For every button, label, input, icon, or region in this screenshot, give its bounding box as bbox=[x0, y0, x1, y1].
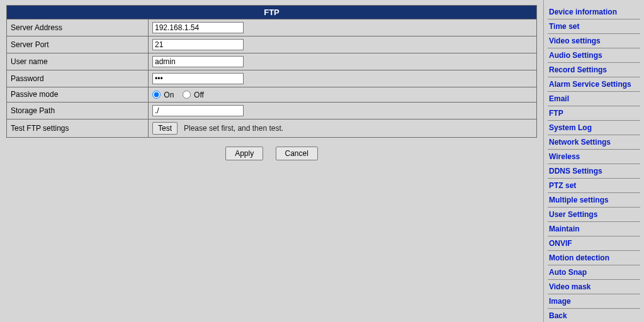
sidebar-item-time-set[interactable]: Time set bbox=[548, 19, 640, 34]
sidebar-item-ftp[interactable]: FTP bbox=[548, 106, 640, 121]
storage-path-input[interactable] bbox=[152, 105, 244, 116]
passive-mode-on-radio[interactable] bbox=[152, 91, 161, 99]
page-title: FTP bbox=[7, 6, 537, 19]
sidebar-item-audio-settings[interactable]: Audio Settings bbox=[548, 48, 640, 63]
passive-mode-off-label: Off bbox=[194, 91, 204, 99]
server-port-input[interactable] bbox=[152, 39, 244, 50]
sidebar-item-network-settings[interactable]: Network Settings bbox=[548, 135, 640, 150]
sidebar-item-record-settings[interactable]: Record Settings bbox=[548, 63, 640, 77]
label-server-address: Server Address bbox=[7, 19, 149, 36]
sidebar: Device information Time set Video settin… bbox=[543, 0, 644, 322]
label-password: Password bbox=[7, 70, 149, 87]
label-server-port: Server Port bbox=[7, 36, 149, 53]
sidebar-item-email[interactable]: Email bbox=[548, 92, 640, 106]
ftp-form-table: FTP Server Address Server Port User name bbox=[6, 5, 537, 138]
sidebar-item-back[interactable]: Back bbox=[548, 309, 640, 322]
sidebar-item-device-information[interactable]: Device information bbox=[548, 5, 640, 19]
user-name-input[interactable] bbox=[152, 56, 244, 67]
label-passive-mode: Passive mode bbox=[7, 87, 149, 103]
password-input[interactable] bbox=[152, 73, 244, 84]
server-address-input[interactable] bbox=[152, 22, 244, 33]
sidebar-item-maintain[interactable]: Maintain bbox=[548, 222, 640, 236]
label-storage-path: Storage Path bbox=[7, 102, 149, 119]
cancel-button[interactable]: Cancel bbox=[276, 147, 318, 160]
sidebar-item-multiple-settings[interactable]: Multiple settings bbox=[548, 193, 640, 208]
sidebar-item-image[interactable]: Image bbox=[548, 294, 640, 309]
passive-mode-on-label: On bbox=[164, 91, 174, 99]
sidebar-item-wireless[interactable]: Wireless bbox=[548, 150, 640, 164]
sidebar-item-ptz-set[interactable]: PTZ set bbox=[548, 179, 640, 193]
button-row: Apply Cancel bbox=[6, 147, 537, 160]
sidebar-item-user-settings[interactable]: User Settings bbox=[548, 208, 640, 222]
label-test-ftp: Test FTP settings bbox=[7, 119, 149, 137]
sidebar-item-system-log[interactable]: System Log bbox=[548, 121, 640, 135]
sidebar-item-auto-snap[interactable]: Auto Snap bbox=[548, 265, 640, 280]
sidebar-item-onvif[interactable]: ONVIF bbox=[548, 236, 640, 251]
sidebar-item-video-settings[interactable]: Video settings bbox=[548, 34, 640, 48]
apply-button[interactable]: Apply bbox=[225, 147, 263, 160]
test-hint: Please set first, and then test. bbox=[184, 124, 283, 133]
label-user-name: User name bbox=[7, 53, 149, 70]
sidebar-item-motion-detection[interactable]: Motion detection bbox=[548, 251, 640, 265]
sidebar-item-ddns-settings[interactable]: DDNS Settings bbox=[548, 164, 640, 179]
passive-mode-off-radio[interactable] bbox=[183, 91, 191, 99]
main-area: FTP Server Address Server Port User name bbox=[0, 0, 543, 322]
sidebar-item-alarm-service-settings[interactable]: Alarm Service Settings bbox=[548, 77, 640, 92]
sidebar-item-video-mask[interactable]: Video mask bbox=[548, 280, 640, 294]
test-button[interactable]: Test bbox=[152, 122, 178, 135]
